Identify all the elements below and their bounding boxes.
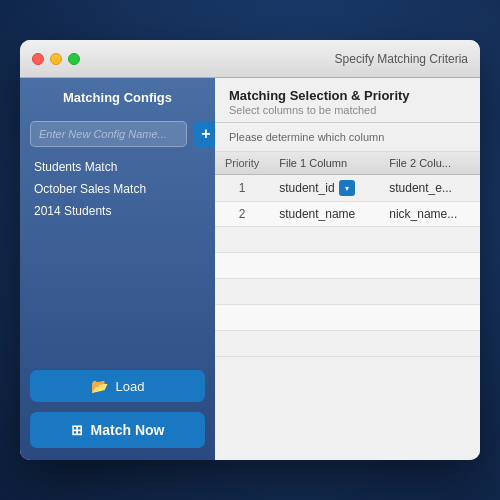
cell-file2: nick_name... — [379, 202, 480, 227]
panel-header: Matching Selection & Priority Select col… — [215, 78, 480, 123]
table-row — [215, 305, 480, 331]
load-icon: 📂 — [91, 378, 108, 394]
cell-file1: student_id ▾ — [269, 175, 379, 202]
match-icon: ⊞ — [71, 422, 83, 438]
cell-priority: 1 — [215, 175, 269, 202]
col-header-file1: File 1 Column — [269, 152, 379, 175]
window-body: Matching Configs + Students Match Octobe… — [20, 78, 480, 460]
sidebar-title: Matching Configs — [30, 90, 205, 111]
table-row — [215, 279, 480, 305]
traffic-lights — [32, 53, 80, 65]
table-header-row: Priority File 1 Column File 2 Colu... — [215, 152, 480, 175]
list-item[interactable]: Students Match — [30, 157, 205, 177]
file1-value: student_id — [279, 181, 334, 195]
panel-description: Please determine which column — [215, 123, 480, 152]
main-panel: Matching Selection & Priority Select col… — [215, 78, 480, 460]
match-now-button-label: Match Now — [91, 422, 165, 438]
list-item[interactable]: 2014 Students — [30, 201, 205, 221]
cell-file1: student_name — [269, 202, 379, 227]
maximize-button[interactable] — [68, 53, 80, 65]
config-list: Students Match October Sales Match 2014 … — [30, 157, 205, 360]
close-button[interactable] — [32, 53, 44, 65]
table-row: 2 student_name nick_name... — [215, 202, 480, 227]
matching-table: Priority File 1 Column File 2 Colu... 1 … — [215, 152, 480, 357]
table-row — [215, 253, 480, 279]
table-row: 1 student_id ▾ student_e... — [215, 175, 480, 202]
title-bar: Specify Matching Criteria — [20, 40, 480, 78]
window-title: Specify Matching Criteria — [335, 52, 468, 66]
dropdown-icon[interactable]: ▾ — [339, 180, 355, 196]
minimize-button[interactable] — [50, 53, 62, 65]
table-row — [215, 227, 480, 253]
file1-dropdown-row: student_id ▾ — [279, 180, 369, 196]
sidebar: Matching Configs + Students Match Octobe… — [20, 78, 215, 460]
config-input-row: + — [30, 121, 205, 147]
cell-file2: student_e... — [379, 175, 480, 202]
col-header-file2: File 2 Colu... — [379, 152, 480, 175]
match-now-button[interactable]: ⊞ Match Now — [30, 412, 205, 448]
config-name-input[interactable] — [30, 121, 187, 147]
load-button[interactable]: 📂 Load — [30, 370, 205, 402]
col-header-priority: Priority — [215, 152, 269, 175]
table-row — [215, 331, 480, 357]
file1-value: student_name — [279, 207, 355, 221]
app-window: Specify Matching Criteria Matching Confi… — [20, 40, 480, 460]
panel-subtitle: Select columns to be matched — [229, 104, 466, 116]
file1-dropdown-row: student_name — [279, 207, 369, 221]
cell-priority: 2 — [215, 202, 269, 227]
panel-title: Matching Selection & Priority — [229, 88, 466, 103]
list-item[interactable]: October Sales Match — [30, 179, 205, 199]
load-button-label: Load — [116, 379, 145, 394]
matching-table-wrapper: Priority File 1 Column File 2 Colu... 1 … — [215, 152, 480, 460]
